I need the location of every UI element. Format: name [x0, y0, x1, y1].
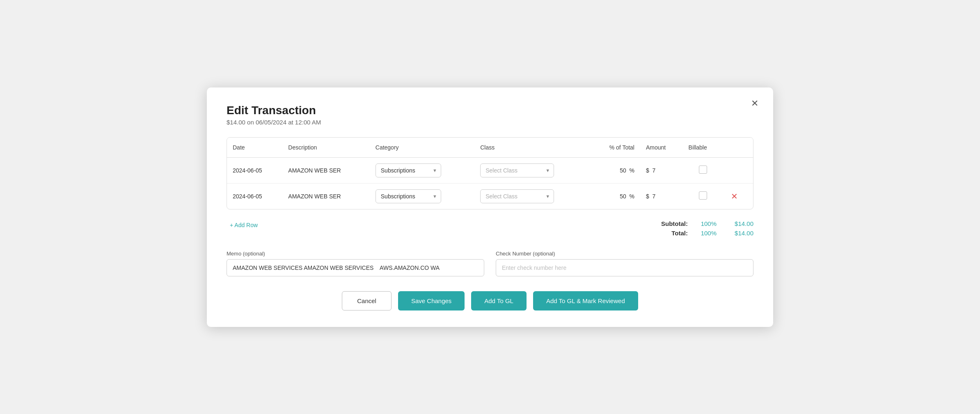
col-billable: Billable	[683, 138, 724, 158]
row2-class-select[interactable]: Select Class	[480, 189, 554, 203]
row1-amount-value: 7	[653, 167, 656, 174]
memo-label: Memo (optional)	[227, 251, 484, 257]
row1-class-cell: Select Class ▼	[474, 157, 591, 183]
transaction-table-container: Date Description Category Class % of Tot…	[227, 137, 753, 209]
col-category: Category	[370, 138, 474, 158]
row2-category-select[interactable]: Subscriptions	[376, 189, 441, 203]
modal-subtitle: $14.00 on 06/05/2024 at 12:00 AM	[227, 119, 753, 126]
total-label: Total:	[651, 230, 688, 237]
row2-category-wrapper: Subscriptions ▼	[376, 189, 441, 203]
col-actions	[724, 138, 753, 158]
table-row: 2024-06-05 AMAZON WEB SER Subscriptions …	[227, 157, 753, 183]
edit-transaction-modal: ✕ Edit Transaction $14.00 on 06/05/2024 …	[207, 87, 773, 327]
subtotal-pct: 100%	[696, 220, 717, 227]
row1-percent-sign: %	[630, 167, 634, 174]
actions-row: Cancel Save Changes Add To GL Add To GL …	[227, 291, 753, 310]
row1-billable[interactable]	[683, 157, 724, 183]
row2-percent: 50 %	[591, 183, 640, 209]
billable-checkbox[interactable]	[699, 166, 707, 174]
col-percent: % of Total	[591, 138, 640, 158]
row1-percent-value: 50	[620, 167, 626, 174]
row1-category-cell: Subscriptions ▼	[370, 157, 474, 183]
row1-category-wrapper: Subscriptions ▼	[376, 163, 441, 177]
close-button[interactable]: ✕	[751, 99, 758, 108]
row1-amount: $ 7	[640, 157, 683, 183]
subtotal-row: Subtotal: 100% $14.00	[651, 220, 753, 227]
col-amount: Amount	[640, 138, 683, 158]
transaction-table: Date Description Category Class % of Tot…	[227, 138, 753, 209]
row1-category-select[interactable]: Subscriptions	[376, 163, 441, 177]
memo-input[interactable]	[227, 259, 484, 276]
add-to-gl-button[interactable]: Add To GL	[471, 291, 527, 310]
row1-currency: $	[646, 167, 649, 174]
row2-delete-cell: ✕	[724, 183, 753, 209]
row1-class-wrapper: Select Class ▼	[480, 163, 554, 177]
summary-section: Subtotal: 100% $14.00 Total: 100% $14.00	[651, 220, 753, 237]
fields-row: Memo (optional) Check Number (optional)	[227, 251, 753, 276]
row1-date: 2024-06-05	[227, 157, 282, 183]
row2-currency: $	[646, 193, 649, 200]
row1-delete-cell	[724, 157, 753, 183]
modal-title: Edit Transaction	[227, 104, 753, 117]
memo-group: Memo (optional)	[227, 251, 484, 276]
row2-billable[interactable]	[683, 183, 724, 209]
row1-class-select[interactable]: Select Class	[480, 163, 554, 177]
row2-date: 2024-06-05	[227, 183, 282, 209]
save-changes-button[interactable]: Save Changes	[398, 291, 465, 310]
check-number-label: Check Number (optional)	[496, 251, 753, 257]
row2-percent-sign: %	[630, 193, 634, 200]
col-date: Date	[227, 138, 282, 158]
row1-percent: 50 %	[591, 157, 640, 183]
check-number-input[interactable]	[496, 259, 753, 276]
subtotal-label: Subtotal:	[651, 220, 688, 227]
subtotal-amount: $14.00	[725, 220, 753, 227]
col-description: Description	[282, 138, 369, 158]
total-pct: 100%	[696, 230, 717, 237]
row2-amount-value: 7	[653, 193, 656, 200]
col-class: Class	[474, 138, 591, 158]
row2-amount: $ 7	[640, 183, 683, 209]
total-row: Total: 100% $14.00	[651, 230, 753, 237]
check-number-group: Check Number (optional)	[496, 251, 753, 276]
row2-percent-value: 50	[620, 193, 626, 200]
row2-description: AMAZON WEB SER	[282, 183, 369, 209]
row2-class-cell: Select Class ▼	[474, 183, 591, 209]
add-to-gl-mark-reviewed-button[interactable]: Add To GL & Mark Reviewed	[533, 291, 638, 310]
row2-class-wrapper: Select Class ▼	[480, 189, 554, 203]
row2-category-cell: Subscriptions ▼	[370, 183, 474, 209]
delete-row-button[interactable]: ✕	[729, 191, 740, 201]
billable-checkbox[interactable]	[699, 191, 707, 200]
total-amount: $14.00	[725, 230, 753, 237]
add-row-button[interactable]: + Add Row	[230, 222, 258, 228]
table-row: 2024-06-05 AMAZON WEB SER Subscriptions …	[227, 183, 753, 209]
row1-description: AMAZON WEB SER	[282, 157, 369, 183]
cancel-button[interactable]: Cancel	[342, 291, 392, 310]
